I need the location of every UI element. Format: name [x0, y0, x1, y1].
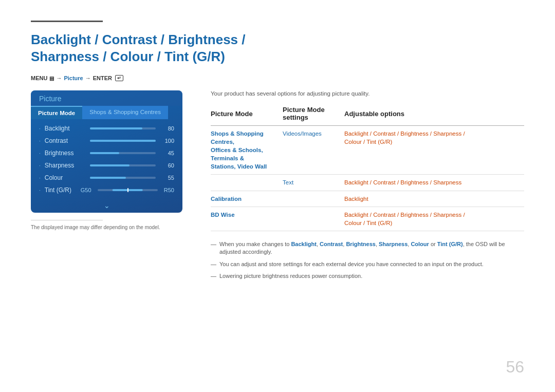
table-row: Calibration Backlight — [211, 191, 524, 207]
panel-note: The displayed image may differ depending… — [31, 225, 190, 230]
bar-track — [90, 152, 156, 154]
osd-item-brightness: · Brightness 45 — [31, 147, 182, 159]
bar-track — [90, 127, 156, 129]
notes-section: ― When you make changes to Backlight, Co… — [211, 240, 524, 281]
page-number: 56 — [506, 358, 524, 377]
brightness-bar — [90, 152, 156, 154]
sharpness-label: Sharpness — [45, 162, 86, 169]
osd-tab-shops[interactable]: Shops & Shopping Centres — [82, 106, 168, 119]
contrast-bar — [90, 140, 156, 142]
dot-icon: · — [39, 126, 41, 132]
osd-header: Picture — [31, 90, 182, 106]
colour-bar — [90, 177, 156, 179]
contrast-value: 100 — [160, 138, 174, 144]
osd-tab-picture-mode[interactable]: Picture Mode — [31, 106, 82, 119]
menu-label: MENU — [31, 75, 47, 81]
info-table: Picture Mode Picture Mode settings Adjus… — [211, 106, 524, 231]
dot-icon: · — [39, 138, 41, 144]
tint-g-label: G50 — [81, 187, 91, 193]
osd-tab-row: Picture Mode Shops & Shopping Centres — [31, 106, 182, 119]
bar-track — [90, 164, 156, 166]
options-cell: Backlight / Contrast / Brightness / Shar… — [344, 207, 524, 231]
enter-label: ENTER — [93, 75, 112, 81]
dot-icon: · — [39, 175, 41, 181]
options-cell: Backlight / Contrast / Brightness / Shar… — [344, 175, 524, 191]
note-text-1: When you make changes to Backlight, Cont… — [219, 240, 524, 256]
backlight-label: Backlight — [45, 125, 86, 132]
options-cell: Backlight — [344, 191, 524, 207]
dot-icon: · — [39, 188, 41, 193]
mode-cell — [211, 175, 283, 191]
main-heading: Backlight / Contrast / Brightness /Sharp… — [31, 31, 524, 65]
menu-path: MENU ▤ → Picture → ENTER ↵ — [31, 75, 524, 81]
tint-bar — [98, 189, 158, 191]
top-rule — [31, 21, 103, 22]
sharpness-bar — [90, 164, 156, 166]
osd-item-sharpness: · Sharpness 60 — [31, 159, 182, 172]
brightness-value: 45 — [160, 150, 174, 156]
picture-link: Picture — [64, 75, 83, 81]
table-row: Text Backlight / Contrast / Brightness /… — [211, 175, 524, 191]
osd-item-contrast: · Contrast 100 — [31, 135, 182, 147]
dot-icon: · — [39, 151, 41, 156]
osd-title: Picture — [39, 95, 62, 103]
bar-track — [90, 140, 156, 142]
osd-item-tint: · Tint (G/R) G50 R50 — [31, 184, 182, 196]
bar-fill — [90, 152, 120, 154]
tint-label: Tint (G/R) — [45, 186, 81, 194]
note-1: ― When you make changes to Backlight, Co… — [211, 240, 524, 256]
left-column: Picture Picture Mode Shops & Shopping Ce… — [31, 90, 190, 284]
bar-fill — [90, 127, 143, 129]
note-text-2: You can adjust and store settings for ea… — [219, 260, 484, 268]
right-intro: Your product has several options for adj… — [211, 90, 524, 97]
bar-fill — [90, 177, 126, 179]
settings-cell: Text — [283, 175, 344, 191]
table-row: BD Wise Backlight / Contrast / Brightnes… — [211, 207, 524, 231]
col-header-settings: Picture Mode settings — [283, 106, 344, 126]
content-layout: Picture Picture Mode Shops & Shopping Ce… — [31, 90, 524, 284]
backlight-bar — [90, 127, 156, 129]
brightness-label: Brightness — [45, 150, 86, 157]
osd-item-colour: · Colour 55 — [31, 172, 182, 184]
option-text: Backlight — [344, 130, 368, 137]
note-text-3: Lowering picture brightness reduces powe… — [219, 272, 362, 280]
bar-fill — [90, 140, 156, 142]
arrow2: → — [85, 75, 91, 81]
colour-value: 55 — [160, 175, 174, 181]
osd-panel: Picture Picture Mode Shops & Shopping Ce… — [31, 90, 182, 213]
bar-track — [98, 189, 158, 191]
dot-icon: · — [39, 163, 41, 169]
note-2: ― You can adjust and store settings for … — [211, 260, 524, 268]
col-header-mode: Picture Mode — [211, 106, 283, 126]
settings-cell: Videos/Images — [283, 126, 344, 175]
tint-center-marker — [127, 188, 128, 192]
options-cell: Backlight / Contrast / Brightness / Shar… — [344, 126, 524, 175]
mode-cell: Calibration — [211, 191, 283, 207]
backlight-value: 80 — [160, 125, 174, 132]
panel-divider — [31, 220, 103, 220]
osd-chevron[interactable]: ⌄ — [31, 200, 182, 213]
sharpness-value: 60 — [160, 162, 174, 169]
mode-cell: Shops & Shopping Centres,Offices & Schoo… — [211, 126, 283, 175]
menu-icon: ▤ — [49, 76, 54, 81]
settings-cell — [283, 207, 344, 231]
col-header-options: Adjustable options — [344, 106, 524, 126]
tint-r-label: R50 — [164, 187, 174, 193]
osd-items-list: · Backlight 80 · Contrast — [31, 119, 182, 200]
osd-item-backlight: · Backlight 80 — [31, 122, 182, 135]
enter-icon: ↵ — [115, 75, 123, 81]
page-container: Backlight / Contrast / Brightness /Sharp… — [0, 0, 555, 392]
settings-cell — [283, 191, 344, 207]
bar-track — [90, 177, 156, 179]
bar-fill — [90, 164, 130, 166]
colour-label: Colour — [45, 174, 86, 181]
right-column: Your product has several options for adj… — [211, 90, 524, 284]
mode-cell: BD Wise — [211, 207, 283, 231]
arrow1: → — [56, 75, 62, 81]
note-3: ― Lowering picture brightness reduces po… — [211, 272, 524, 280]
table-row: Shops & Shopping Centres,Offices & Schoo… — [211, 126, 524, 175]
contrast-label: Contrast — [45, 137, 86, 144]
